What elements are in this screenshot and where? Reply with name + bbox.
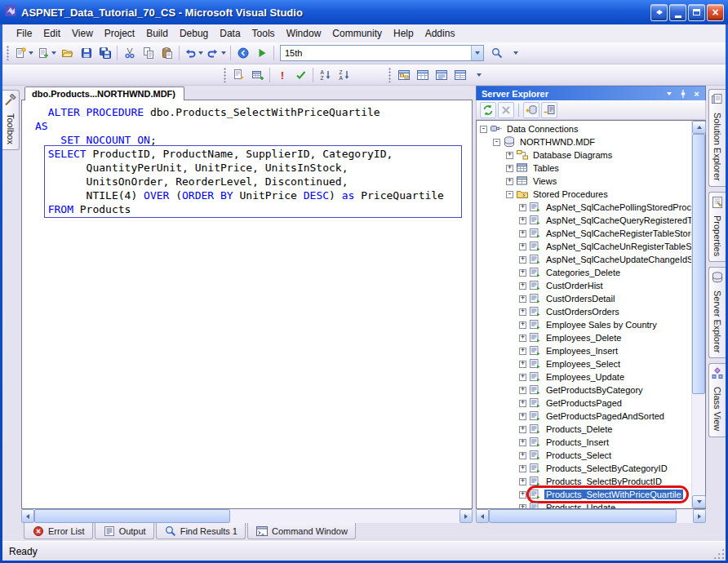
menu-addins[interactable]: Addins	[419, 25, 461, 42]
tree-expander-plus[interactable]: +	[519, 335, 526, 342]
menu-view[interactable]: View	[66, 25, 99, 42]
tree-node-employees-update[interactable]: +Employees_Update	[477, 370, 691, 383]
close-panel-button[interactable]: ×	[690, 88, 703, 100]
scroll-down-button[interactable]	[692, 495, 706, 508]
tree-expander-plus[interactable]: +	[506, 178, 513, 185]
sql-editor[interactable]: ALTER PROCEDURE dbo.Products_SelectWithP…	[21, 100, 473, 509]
menu-community[interactable]: Community	[326, 25, 388, 42]
server-explorer-header[interactable]: Server Explorer ×	[476, 86, 706, 100]
menu-build[interactable]: Build	[140, 25, 174, 42]
tree-node-employee-sales-by-country[interactable]: +Employee Sales by Country	[477, 318, 691, 331]
tree-node-aspnet-sqlcacheunregistertablestoredprocedure[interactable]: +AspNet_SqlCacheUnRegisterTableStoredPro…	[477, 240, 691, 253]
tree-expander-plus[interactable]: +	[519, 269, 526, 277]
tree-expander-plus[interactable]: +	[519, 374, 526, 381]
navigate-backward-button[interactable]	[233, 44, 252, 62]
tree-node-tables[interactable]: +Tables	[477, 162, 691, 175]
redo-button[interactable]	[205, 44, 228, 62]
tree-expander-plus[interactable]: +	[519, 387, 526, 394]
tree-node-aspnet-sqlcachequeryregisteredtablesstoredprocedure[interactable]: +AspNet_SqlCacheQueryRegisteredTablesSto…	[477, 214, 691, 227]
tab-output[interactable]: Output	[95, 523, 154, 539]
show-sql-pane-button[interactable]	[432, 66, 451, 84]
scroll-thumb[interactable]	[34, 509, 230, 523]
tree-expander-plus[interactable]: +	[506, 152, 513, 159]
save-button[interactable]	[77, 44, 95, 62]
window-nav-button[interactable]	[650, 4, 668, 21]
tree-expander-plus[interactable]: +	[519, 282, 526, 290]
tree-expander-plus[interactable]: +	[519, 321, 526, 329]
toolbar-combobox[interactable]: 15th	[280, 45, 484, 61]
new-item-button[interactable]	[12, 44, 35, 62]
toolbar-grip[interactable]	[388, 68, 392, 82]
maximize-button[interactable]	[688, 4, 705, 21]
tree-node-products-selectbyproductid[interactable]: +Products_SelectByProductID	[477, 475, 691, 488]
menu-project[interactable]: Project	[99, 25, 140, 42]
dropdown-arrow-icon[interactable]	[51, 51, 56, 55]
scroll-track[interactable]	[489, 509, 693, 523]
cut-button[interactable]	[120, 44, 139, 62]
paste-button[interactable]	[158, 44, 176, 62]
save-all-button[interactable]	[95, 44, 114, 62]
show-results-pane-button[interactable]	[451, 66, 469, 84]
show-diagram-pane-button[interactable]	[394, 66, 413, 84]
tree-expander-plus[interactable]: +	[519, 256, 526, 264]
toolbar-grip[interactable]	[7, 46, 10, 60]
tree-expander-plus[interactable]: +	[519, 504, 526, 509]
titlebar[interactable]: ASPNET_Data_Tutorial_70_CS - Microsoft V…	[0, 0, 728, 24]
tree-expander-plus[interactable]: +	[519, 295, 526, 303]
toolbar-options-query-button[interactable]	[469, 66, 488, 84]
tree-node-data-connections[interactable]: -Data Connections	[477, 122, 691, 135]
toolbox-tab[interactable]: Toolbox	[2, 90, 20, 150]
show-criteria-pane-button[interactable]	[413, 66, 432, 84]
copy-button[interactable]	[139, 44, 158, 62]
tree-expander-plus[interactable]: +	[519, 308, 526, 316]
tab-server-explorer[interactable]: Server Explorer	[708, 267, 726, 358]
dropdown-arrow-icon[interactable]	[221, 51, 226, 55]
document-tab[interactable]: dbo.Products...NORTHWND.MDF)	[24, 86, 184, 100]
tab-command-window[interactable]: Command Window	[247, 523, 356, 539]
tree-expander-plus[interactable]: +	[519, 426, 526, 433]
add-table-button[interactable]	[248, 66, 267, 84]
find-in-files-button[interactable]	[487, 44, 506, 62]
tree-node-categories-delete[interactable]: +Categories_Delete	[477, 266, 691, 279]
tree-expander-minus[interactable]: -	[480, 126, 487, 133]
tree-expander-plus[interactable]: +	[519, 348, 526, 355]
tab-error-list[interactable]: Error List	[24, 523, 93, 539]
menu-tools[interactable]: Tools	[246, 25, 281, 42]
scroll-right-button[interactable]	[459, 509, 473, 523]
tree-expander-plus[interactable]: +	[519, 217, 526, 224]
tree-node-views[interactable]: +Views	[477, 175, 691, 188]
editor-hscrollbar[interactable]	[21, 509, 473, 523]
tree-expander-minus[interactable]: -	[493, 139, 500, 146]
menu-file[interactable]: File	[11, 25, 38, 42]
tree-hscrollbar[interactable]	[476, 509, 706, 523]
menu-debug[interactable]: Debug	[174, 25, 214, 42]
menu-help[interactable]: Help	[388, 25, 419, 42]
menu-data[interactable]: Data	[214, 25, 246, 42]
generate-change-script-button[interactable]	[229, 66, 248, 84]
tree-node-getproductspagedandsorted[interactable]: +GetProductsPagedAndSorted	[477, 410, 691, 423]
tree-node-aspnet-sqlcacheregistertablestoredprocedure[interactable]: +AspNet_SqlCacheRegisterTableStoredProce…	[477, 227, 691, 240]
tree-node-custordersorders[interactable]: +CustOrdersOrders	[477, 305, 691, 318]
tree-node-products-select[interactable]: +Products_Select	[477, 449, 691, 462]
tab-solution-explorer[interactable]: Solution Explorer	[708, 89, 726, 187]
tree-expander-plus[interactable]: +	[519, 413, 526, 420]
dropdown-arrow-icon[interactable]	[29, 51, 33, 55]
sort-descending-button[interactable]: ZA	[335, 66, 353, 84]
execute-sql-button[interactable]: !	[273, 66, 291, 84]
tree-node-products-insert[interactable]: +Products_Insert	[477, 436, 691, 449]
auto-hide-pin-button[interactable]	[677, 88, 689, 100]
tree-expander-plus[interactable]: +	[519, 204, 526, 211]
scroll-track[interactable]	[692, 134, 705, 495]
tree-node-northwnd-mdf[interactable]: -NORTHWND.MDF	[477, 135, 691, 149]
tree-node-employees-delete[interactable]: +Employees_Delete	[477, 331, 691, 344]
tree-node-database-diagrams[interactable]: +Database Diagrams	[477, 149, 691, 162]
window-position-button[interactable]	[663, 88, 675, 100]
tree-node-getproductsbycategory[interactable]: +GetProductsByCategory	[477, 383, 691, 397]
tab-class-view[interactable]: Class View	[708, 363, 726, 437]
connect-to-server-button[interactable]	[541, 102, 557, 118]
tree-node-products-update[interactable]: +Products_Update	[477, 501, 691, 508]
open-file-button[interactable]	[58, 44, 77, 62]
resize-grip[interactable]	[713, 548, 724, 559]
scroll-up-button[interactable]	[692, 121, 706, 134]
tree-expander-minus[interactable]: -	[506, 191, 513, 198]
